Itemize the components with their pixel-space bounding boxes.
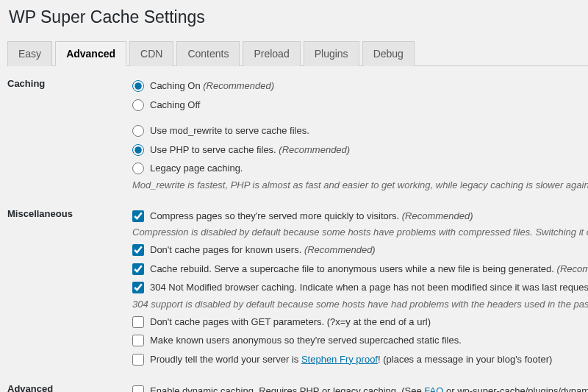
section-misc: Miscellaneous Compress pages so they're … [7,207,588,369]
radio-legacy[interactable] [132,163,144,174]
label-cache-rebuild: Cache rebuild. Serve a supercache file t… [150,262,588,277]
checkbox-compress[interactable] [132,210,144,222]
tab-contents[interactable]: Contents [176,41,240,66]
checkbox-no-cache-get[interactable] [132,316,144,328]
label-anon-known: Make known users anonymous so they're se… [150,333,462,348]
checkbox-no-cache-known[interactable] [132,244,144,256]
checkbox-304[interactable] [132,282,144,293]
compress-description: Compression is disabled by default becau… [132,225,588,240]
radio-caching-off[interactable] [132,99,144,111]
page-title: WP Super Cache Settings [9,7,588,27]
section-label-misc: Miscellaneous [7,207,132,219]
section-advanced: Advanced Enable dynamic caching. Require… [7,382,588,392]
tab-preload[interactable]: Preload [243,41,300,66]
label-use-php: Use PHP to serve cache files. (Recommend… [150,143,350,157]
label-legacy: Legacy page caching. [150,161,243,176]
label-caching-on: Caching On (Recommended) [150,79,274,93]
label-compress: Compress pages so they're served more qu… [150,209,473,224]
section-caching: Caching Caching On (Recommended) Caching… [7,76,588,193]
tab-plugins[interactable]: Plugins [304,41,359,66]
checkbox-dynamic-caching[interactable] [132,385,144,392]
section-label-caching: Caching [7,76,132,89]
label-no-cache-known: Don't cache pages for known users. (Reco… [150,243,376,257]
checkbox-fry-proof[interactable] [132,354,144,366]
caching-description: Mod_rewrite is fastest, PHP is almost as… [132,178,588,193]
link-faq-dynamic[interactable]: FAQ [424,385,443,392]
radio-mod-rewrite[interactable] [132,125,144,137]
label-dynamic-caching: Enable dynamic caching. Requires PHP or … [150,384,588,392]
label-mod-rewrite: Use mod_rewrite to serve cache files. [150,124,309,138]
304-description: 304 support is disabled by default becau… [132,297,588,313]
label-caching-off: Caching Off [150,98,200,113]
link-stephen-fry[interactable]: Stephen Fry proof [301,354,378,365]
tab-advanced[interactable]: Advanced [55,41,126,66]
checkbox-anon-known[interactable] [132,335,144,346]
label-fry-proof: Proudly tell the world your server is St… [150,352,552,367]
tab-debug[interactable]: Debug [362,41,415,66]
radio-caching-on[interactable] [132,80,144,92]
label-304: 304 Not Modified browser caching. Indica… [150,280,588,295]
tab-easy[interactable]: Easy [7,41,52,66]
label-no-cache-get: Don't cache pages with GET parameters. (… [150,315,431,329]
settings-tabs: Easy Advanced CDN Contents Preload Plugi… [7,40,588,66]
radio-use-php[interactable] [132,144,144,156]
checkbox-cache-rebuild[interactable] [132,263,144,275]
tab-cdn[interactable]: CDN [129,41,173,66]
section-label-advanced: Advanced [7,382,132,392]
